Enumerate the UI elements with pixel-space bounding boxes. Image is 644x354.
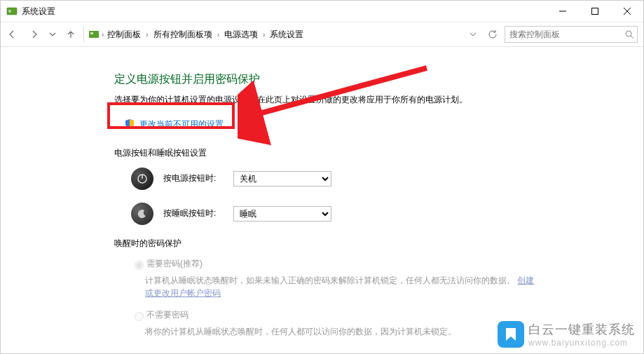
address-dropdown-button[interactable] (465, 27, 481, 42)
divider (83, 27, 84, 42)
sleep-icon (131, 203, 153, 225)
control-panel-icon (88, 29, 100, 40)
shield-icon (124, 118, 135, 130)
require-password-option: 需要密码(推荐) 计算机从睡眠状态唤醒时，如果未输入正确的密码来解除计算机锁定，… (131, 258, 615, 299)
search-icon[interactable] (622, 29, 637, 39)
sleep-button-row: 按睡眠按钮时: 睡眠 (131, 203, 615, 225)
chevron-right-icon[interactable]: › (261, 29, 266, 40)
breadcrumb-item[interactable]: 电源选项 (223, 27, 259, 42)
watermark: 白云一键重装系统 www.baiyunxitong.com (498, 321, 635, 348)
up-button[interactable] (60, 23, 82, 46)
breadcrumb-item[interactable]: 所有控制面板项 (152, 27, 214, 42)
breadcrumb-item[interactable]: 控制面板 (106, 27, 142, 42)
forward-button[interactable] (23, 23, 46, 46)
svg-point-1 (8, 10, 11, 13)
content-area: 定义电源按钮并启用密码保护 选择要为你的计算机设置的电源设置。在此页上对设置所做… (1, 47, 643, 354)
close-button[interactable] (611, 1, 643, 22)
page-heading: 定义电源按钮并启用密码保护 (114, 72, 615, 87)
recent-locations-button[interactable] (46, 23, 60, 46)
require-password-radio (135, 261, 144, 270)
power-button-select[interactable]: 关机 (233, 171, 331, 186)
power-button-row: 按电源按钮时: 关机 (131, 168, 615, 190)
app-icon (6, 6, 18, 17)
svg-point-8 (626, 31, 631, 36)
back-button[interactable] (1, 23, 23, 46)
window: 系统设置 › 控制面板› 所有控制面板项› 电源选 (0, 0, 644, 354)
watermark-icon (498, 321, 524, 348)
change-unavailable-settings-link[interactable]: 更改当前不可用的设置 (139, 118, 224, 130)
sleep-button-select[interactable]: 睡眠 (233, 206, 331, 222)
power-button-label: 按电源按钮时: (163, 172, 233, 184)
no-password-label: 不需要密码 (146, 310, 189, 320)
title-bar: 系统设置 (1, 1, 643, 22)
no-password-radio (135, 312, 144, 321)
buttons-section-title: 电源按钮和睡眠按钮设置 (114, 147, 615, 159)
window-title: 系统设置 (22, 6, 55, 18)
require-password-desc: 计算机从睡眠状态唤醒时，如果未输入正确的密码来解除计算机锁定，任何人都无法访问你… (145, 274, 537, 299)
refresh-button[interactable] (485, 27, 500, 42)
svg-rect-7 (90, 32, 93, 34)
page-description: 选择要为你的计算机设置的电源设置。在此页上对设置所做的更改将应用于你所有的电源计… (114, 94, 615, 106)
chevron-right-icon[interactable]: › (144, 29, 149, 40)
require-password-label: 需要密码(推荐) (146, 259, 203, 268)
password-section-title: 唤醒时的密码保护 (114, 238, 615, 250)
sleep-button-label: 按睡眠按钮时: (163, 207, 233, 219)
search-input[interactable] (505, 29, 622, 39)
breadcrumb-item[interactable]: 系统设置 (268, 27, 305, 42)
watermark-text-2: www.baiyunxitong.com (528, 338, 635, 348)
search-box[interactable] (505, 26, 638, 43)
watermark-text-1: 白云一键重装系统 (528, 321, 635, 338)
minimize-button[interactable] (547, 1, 579, 22)
svg-rect-3 (592, 8, 598, 15)
chevron-right-icon[interactable]: › (216, 29, 221, 40)
chevron-right-icon[interactable]: › (102, 31, 104, 39)
nav-row: › 控制面板› 所有控制面板项› 电源选项› 系统设置 (1, 22, 643, 47)
power-icon (131, 168, 153, 190)
no-password-desc: 将你的计算机从睡眠状态唤醒时，任何人都可以访问你的数据，因为计算机未锁定。 (145, 325, 537, 338)
maximize-button[interactable] (579, 1, 611, 22)
svg-line-9 (631, 36, 633, 39)
address-bar[interactable]: › 控制面板› 所有控制面板项› 电源选项› 系统设置 (85, 27, 465, 42)
